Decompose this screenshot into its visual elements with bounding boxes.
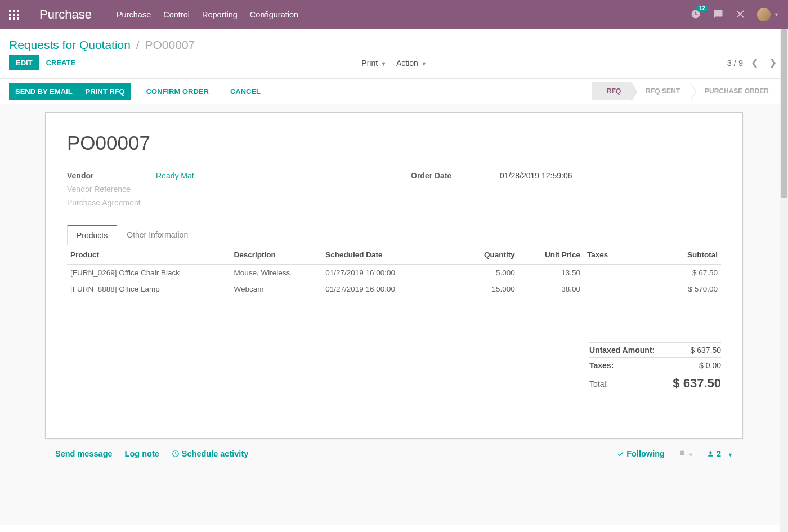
totals-panel: Untaxed Amount: $ 637.50 Taxes: $ 0.00 T… bbox=[589, 342, 721, 394]
clock-icon bbox=[172, 450, 180, 458]
tabs: Products Other Information bbox=[67, 224, 721, 245]
col-quantity: Quantity bbox=[440, 245, 518, 265]
top-menu: Purchase Control Reporting Configuration bbox=[117, 10, 298, 19]
pager-text: 3 / 9 bbox=[727, 59, 743, 68]
notification-bell-icon[interactable]: ▼ bbox=[678, 449, 693, 458]
scrollbar[interactable] bbox=[780, 29, 788, 532]
tools-icon[interactable] bbox=[736, 10, 745, 20]
pager-next-icon[interactable]: ❯ bbox=[767, 57, 779, 69]
apps-grid-icon[interactable] bbox=[9, 10, 19, 20]
print-dropdown[interactable]: Print ▼ bbox=[361, 59, 386, 68]
purchase-agreement-label: Purchase Agreement bbox=[67, 198, 156, 207]
taxes-label: Taxes: bbox=[589, 361, 614, 370]
breadcrumb: Requests for Quotation / PO00007 bbox=[0, 29, 788, 55]
stage-purchase-order[interactable]: PURCHASE ORDER bbox=[690, 82, 779, 100]
check-icon bbox=[617, 450, 624, 458]
user-icon bbox=[707, 450, 714, 458]
app-brand: Purchase bbox=[39, 7, 92, 22]
breadcrumb-link[interactable]: Requests for Quotation bbox=[9, 38, 131, 51]
stage-rfq-sent[interactable]: RFQ SENT bbox=[631, 82, 690, 100]
send-message-link[interactable]: Send message bbox=[55, 449, 113, 458]
vendor-label: Vendor bbox=[67, 171, 156, 180]
activity-count-badge: 12 bbox=[696, 5, 708, 12]
menu-reporting[interactable]: Reporting bbox=[202, 10, 238, 19]
cancel-button[interactable]: CANCEL bbox=[223, 84, 267, 99]
untaxed-label: Untaxed Amount: bbox=[589, 346, 655, 355]
print-rfq-button[interactable]: PRINT RFQ bbox=[79, 83, 131, 100]
activity-icon[interactable]: 12 bbox=[691, 9, 701, 21]
schedule-activity-link[interactable]: Schedule activity bbox=[172, 449, 249, 458]
record-title: PO00007 bbox=[67, 132, 721, 154]
menu-purchase[interactable]: Purchase bbox=[117, 10, 151, 19]
action-dropdown[interactable]: Action ▼ bbox=[396, 59, 427, 68]
tab-other-information[interactable]: Other Information bbox=[117, 225, 198, 245]
col-description: Description bbox=[231, 245, 323, 265]
menu-control[interactable]: Control bbox=[163, 10, 190, 19]
table-row[interactable]: [FURN_8888] Office Lamp Webcam 01/27/201… bbox=[67, 281, 721, 297]
status-bar: SEND BY EMAIL PRINT RFQ CONFIRM ORDER CA… bbox=[0, 79, 788, 104]
pager: 3 / 9 ❮ ❯ bbox=[727, 57, 779, 69]
col-product: Product bbox=[67, 245, 231, 265]
vendor-ref-label: Vendor Reference bbox=[67, 185, 156, 194]
confirm-order-button[interactable]: CONFIRM ORDER bbox=[140, 84, 216, 99]
menu-configuration[interactable]: Configuration bbox=[250, 10, 298, 19]
order-lines-table: Product Description Scheduled Date Quant… bbox=[67, 245, 721, 297]
messaging-icon[interactable] bbox=[713, 9, 723, 21]
untaxed-value: $ 637.50 bbox=[691, 346, 722, 355]
stage-rfq[interactable]: RFQ bbox=[592, 82, 631, 100]
table-row[interactable]: [FURN_0269] Office Chair Black Mouse, Wi… bbox=[67, 265, 721, 281]
status-stages: RFQ RFQ SENT PURCHASE ORDER bbox=[592, 82, 779, 100]
create-button[interactable]: CREATE bbox=[39, 55, 82, 70]
pager-prev-icon[interactable]: ❮ bbox=[749, 57, 761, 69]
user-menu[interactable]: ▼ bbox=[757, 8, 779, 21]
log-note-link[interactable]: Log note bbox=[125, 449, 159, 458]
breadcrumb-current: PO00007 bbox=[145, 38, 195, 51]
control-bar: Requests for Quotation / PO00007 EDIT CR… bbox=[0, 29, 788, 79]
total-label: Total: bbox=[589, 376, 608, 391]
edit-button[interactable]: EDIT bbox=[9, 55, 39, 70]
followers-count[interactable]: 2 ▼ bbox=[707, 449, 733, 458]
vendor-value[interactable]: Ready Mat bbox=[156, 171, 194, 180]
form-sheet-wrap: PO00007 Vendor Ready Mat Vendor Referenc… bbox=[0, 104, 788, 525]
send-by-email-button[interactable]: SEND BY EMAIL bbox=[9, 83, 79, 100]
form-sheet: PO00007 Vendor Ready Mat Vendor Referenc… bbox=[45, 112, 743, 439]
col-taxes: Taxes bbox=[584, 245, 636, 265]
tab-products[interactable]: Products bbox=[67, 225, 117, 245]
total-value: $ 637.50 bbox=[673, 376, 721, 391]
chatter-bar: Send message Log note Schedule activity … bbox=[24, 439, 764, 468]
order-date-value: 01/28/2019 12:59:06 bbox=[500, 171, 572, 180]
following-button[interactable]: Following bbox=[617, 449, 665, 458]
top-navbar: Purchase Purchase Control Reporting Conf… bbox=[0, 0, 788, 29]
order-date-label: Order Date bbox=[411, 171, 500, 180]
taxes-value: $ 0.00 bbox=[699, 361, 721, 370]
avatar bbox=[757, 8, 771, 21]
col-subtotal: Subtotal bbox=[636, 245, 721, 265]
breadcrumb-separator: / bbox=[136, 38, 140, 51]
col-scheduled-date: Scheduled Date bbox=[322, 245, 440, 265]
col-unit-price: Unit Price bbox=[518, 245, 584, 265]
